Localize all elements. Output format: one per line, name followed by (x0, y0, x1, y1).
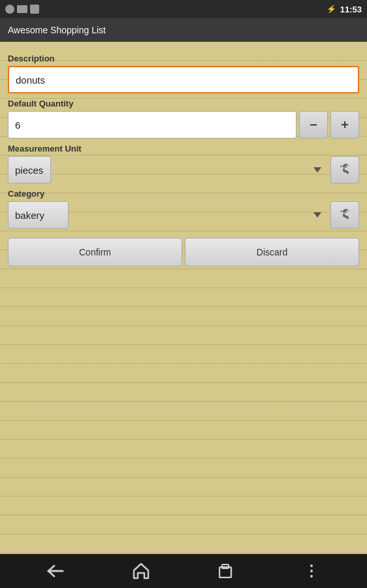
discard-button[interactable]: Discard (185, 238, 359, 267)
minus-button[interactable]: − (299, 111, 328, 139)
description-label: Description (8, 54, 359, 63)
quantity-label: Default Quantity (8, 99, 359, 108)
svg-marker-1 (134, 564, 148, 578)
measurement-row: pieces kg g lb oz liters ml (8, 156, 359, 184)
description-input[interactable] (8, 66, 359, 93)
battery-icon: ⚡ (327, 5, 336, 14)
measurement-select-wrapper: pieces kg g lb oz liters ml (8, 156, 328, 184)
recents-icon (219, 564, 233, 578)
email-icon (17, 5, 27, 13)
cat-icon (30, 5, 39, 14)
title-bar: Awesome Shopping List (0, 18, 367, 42)
category-select-wrapper: bakery dairy produce meat frozen beverag… (8, 201, 328, 229)
form-section: Description Default Quantity − + Measure… (8, 54, 359, 267)
main-content: Description Default Quantity − + Measure… (0, 42, 367, 554)
notification-icon (5, 5, 14, 14)
back-icon (46, 564, 65, 578)
status-bar: ⚡ 11:53 (0, 0, 367, 18)
back-button[interactable] (36, 558, 75, 584)
menu-button[interactable] (292, 558, 331, 584)
measurement-settings-button[interactable] (330, 156, 359, 184)
menu-icon (310, 564, 313, 578)
measurement-label: Measurement Unit (8, 144, 359, 154)
nav-bar (0, 554, 367, 588)
category-row: bakery dairy produce meat frozen beverag… (8, 201, 359, 229)
confirm-button[interactable]: Confirm (8, 238, 182, 267)
category-settings-button[interactable] (330, 201, 359, 229)
home-button[interactable] (121, 558, 161, 584)
app-title: Awesome Shopping List (8, 25, 106, 35)
home-icon (133, 563, 150, 580)
quantity-row: − + (8, 111, 359, 139)
recents-button[interactable] (206, 558, 246, 584)
status-time: 11:53 (340, 5, 362, 14)
status-icons (5, 5, 39, 14)
wrench-icon-2 (338, 208, 351, 221)
wrench-icon (338, 163, 351, 176)
category-select[interactable]: bakery dairy produce meat frozen beverag… (8, 201, 69, 229)
plus-button[interactable]: + (330, 111, 359, 139)
category-label: Category (8, 189, 359, 199)
measurement-select[interactable]: pieces kg g lb oz liters ml (8, 156, 51, 184)
action-row: Confirm Discard (8, 238, 359, 267)
quantity-input[interactable] (8, 111, 296, 139)
